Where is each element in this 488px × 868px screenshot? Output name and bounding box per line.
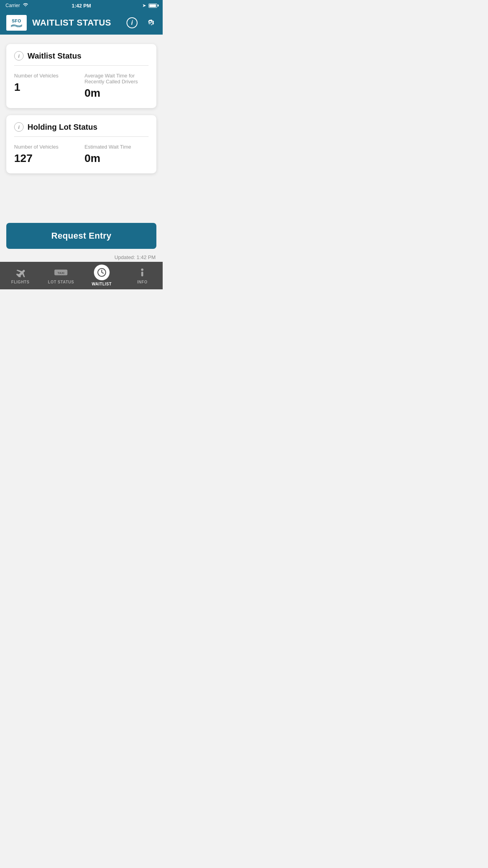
carrier-label: Carrier — [6, 3, 20, 8]
waitlist-info-icon: i — [14, 51, 24, 61]
holding-lot-card: i Holding Lot Status Number of Vehicles … — [6, 115, 156, 173]
holding-lot-stats: Number of Vehicles 127 Estimated Wait Ti… — [14, 144, 149, 165]
holding-lot-time-label: Estimated Wait Time — [84, 144, 149, 150]
header-actions: i — [126, 17, 156, 29]
app-header: SFO WAITLIST STATUS i — [0, 11, 163, 35]
waitlist-card: i Waitlist Status Number of Vehicles 1 A… — [6, 44, 156, 108]
waitlist-vehicles-label: Number of Vehicles — [14, 73, 78, 79]
status-bar: Carrier 1:42 PM ➤ — [0, 0, 163, 11]
settings-button[interactable] — [144, 17, 156, 29]
waitlist-vehicles-col: Number of Vehicles 1 — [14, 73, 78, 99]
request-btn-container: Request Entry — [0, 223, 163, 252]
waitlist-card-title: Waitlist Status — [28, 51, 81, 61]
status-bar-time: 1:42 PM — [72, 3, 91, 9]
tab-lot-status[interactable]: TAXI LOT STATUS — [41, 262, 82, 289]
holding-lot-vehicles-col: Number of Vehicles 127 — [14, 144, 78, 165]
holding-lot-time-col: Estimated Wait Time 0m — [84, 144, 149, 165]
waitlist-icon-wrap — [94, 265, 110, 280]
waitlist-stats: Number of Vehicles 1 Average Wait Time f… — [14, 73, 149, 99]
location-icon: ➤ — [142, 3, 146, 8]
gear-icon — [145, 17, 155, 29]
logo-wave — [9, 23, 24, 27]
logo-text: SFO — [12, 18, 21, 23]
tab-bar: FLIGHTS TAXI LOT STATUS WAITLIST — [0, 262, 163, 289]
holding-lot-vehicles-value: 127 — [14, 152, 78, 165]
waitlist-tab-label: WAITLIST — [92, 282, 112, 286]
info-tab-icon-wrap — [135, 267, 149, 278]
waitlist-divider — [14, 65, 149, 66]
info-button[interactable]: i — [126, 17, 138, 29]
tab-waitlist[interactable]: WAITLIST — [81, 262, 122, 289]
sfo-logo: SFO — [6, 15, 27, 31]
waitlist-time-col: Average Wait Time for Recently Called Dr… — [84, 73, 149, 99]
status-bar-right: ➤ — [142, 3, 157, 8]
updated-timestamp: Updated: 1:42 PM — [0, 252, 163, 262]
tab-flights[interactable]: FLIGHTS — [0, 262, 41, 289]
info-tab-icon — [138, 268, 147, 277]
status-bar-left: Carrier — [6, 3, 29, 9]
lot-status-icon-wrap: TAXI — [54, 267, 68, 278]
waitlist-vehicles-value: 1 — [14, 81, 78, 94]
svg-text:TAXI: TAXI — [58, 271, 64, 275]
page-title: WAITLIST STATUS — [32, 18, 120, 28]
svg-point-3 — [141, 268, 143, 271]
flights-tab-label: FLIGHTS — [11, 280, 29, 284]
info-tab-label: INFO — [137, 280, 147, 284]
main-content: i Waitlist Status Number of Vehicles 1 A… — [0, 35, 163, 223]
svg-rect-4 — [141, 272, 143, 276]
flights-icon — [15, 268, 26, 277]
flights-icon-wrap — [13, 267, 28, 278]
waitlist-icon — [97, 268, 106, 277]
wifi-icon — [22, 3, 29, 9]
holding-lot-divider — [14, 136, 149, 137]
holding-lot-card-title: Holding Lot Status — [28, 123, 97, 132]
holding-lot-time-value: 0m — [84, 152, 149, 165]
battery-icon — [149, 4, 157, 8]
request-entry-button[interactable]: Request Entry — [6, 223, 156, 249]
waitlist-card-header: i Waitlist Status — [14, 51, 149, 61]
holding-lot-vehicles-label: Number of Vehicles — [14, 144, 78, 150]
waitlist-time-value: 0m — [84, 87, 149, 99]
waitlist-time-label: Average Wait Time for Recently Called Dr… — [84, 73, 149, 85]
tab-info[interactable]: INFO — [122, 262, 163, 289]
lot-status-icon: TAXI — [54, 268, 68, 277]
info-icon: i — [127, 17, 138, 28]
holding-lot-card-header: i Holding Lot Status — [14, 122, 149, 132]
lot-status-tab-label: LOT STATUS — [48, 280, 74, 284]
holding-lot-info-icon: i — [14, 122, 24, 132]
